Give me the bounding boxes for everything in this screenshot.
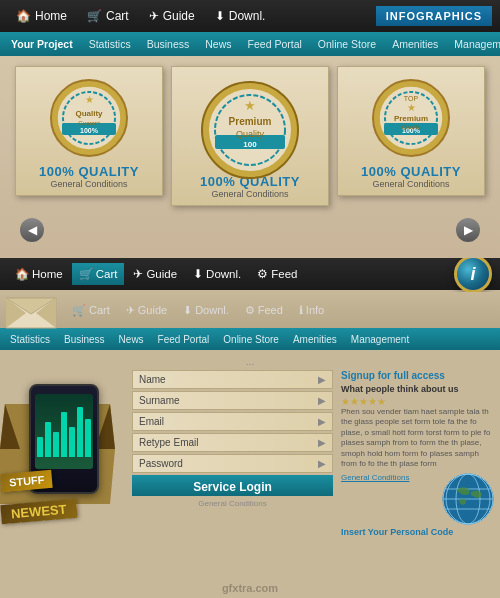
nav3-cart[interactable]: 🛒 Cart (65, 301, 117, 320)
form-row-name[interactable]: Name ▶ (132, 370, 333, 389)
nav2-cart-label: Cart (96, 268, 118, 280)
info-general-conditions-link[interactable]: General Conditions (341, 473, 409, 482)
envelope-decoration (6, 290, 61, 334)
cart3-icon: 🛒 (72, 304, 86, 317)
nav3-download[interactable]: ⬇ Downl. (176, 301, 236, 320)
form-arrow-name: ▶ (318, 374, 326, 385)
form-arrow-surname: ▶ (318, 395, 326, 406)
chart-bar-3 (53, 432, 59, 457)
form-row-email[interactable]: Email ▶ (132, 412, 333, 431)
nav3-feed[interactable]: ⚙ Feed (238, 301, 290, 320)
subnav2-online-store[interactable]: Online Store (217, 332, 285, 347)
subnav2-management[interactable]: Management (345, 332, 415, 347)
globe-container: General Conditions (341, 472, 496, 527)
badge-footer-3: 100% QUALITY General Conditions (338, 164, 484, 189)
badge-title-3: 100% QUALITY (338, 164, 484, 179)
nav-guide-label: Guide (163, 9, 195, 23)
info-what-people: What people think about us (341, 384, 496, 394)
svg-text:Quality: Quality (236, 129, 265, 139)
subnav-news[interactable]: News (198, 35, 238, 53)
subnav-amenities[interactable]: Amenities (385, 35, 445, 53)
guide2-icon: ✈ (133, 267, 143, 281)
subnav-your-project[interactable]: Your Project (4, 35, 80, 53)
subnav-management[interactable]: Management (447, 35, 500, 53)
nav-bar-3-items: 🛒 Cart ✈ Guide ⬇ Downl. ⚙ Feed ℹ Info (65, 301, 331, 320)
badge-image-2: 100 ★ Premium Quality (195, 75, 305, 185)
nav2-feed[interactable]: ⚙ Feed (250, 263, 304, 285)
subnav2-business[interactable]: Business (58, 332, 111, 347)
badge-card-1: 100% ★ Quality Guarant 100% QUALITY Gene… (15, 66, 163, 196)
general-conditions-link[interactable]: General Conditions (132, 499, 333, 508)
nav-download[interactable]: ⬇ Downl. (207, 5, 274, 27)
badge-subtitle-1: General Conditions (16, 179, 162, 189)
phone-widget: STUFF NEWEST (4, 370, 124, 508)
form-row-retype-email[interactable]: Retype Email ▶ (132, 433, 333, 452)
nav-home-label: Home (35, 9, 67, 23)
chart-bar-7 (85, 419, 91, 457)
next-arrow-button[interactable]: ▶ (456, 218, 480, 242)
globe-graphic (441, 472, 496, 527)
main-content: 100% ★ Quality Guarant 100% QUALITY Gene… (0, 56, 500, 258)
nav-download-label: Downl. (229, 9, 266, 23)
chart-bar-2 (45, 422, 51, 457)
sub-navigation-2: Statistics Business News Feed Portal Onl… (0, 328, 500, 350)
info-circle-label: i (470, 264, 475, 285)
nav2-home[interactable]: 🏠 Home (8, 263, 70, 285)
svg-text:TOP: TOP (404, 95, 419, 102)
phone-chart (37, 407, 91, 457)
subnav-feed-portal[interactable]: Feed Portal (241, 35, 309, 53)
nav2-guide[interactable]: ✈ Guide (126, 263, 184, 285)
prev-arrow-button[interactable]: ◀ (20, 218, 44, 242)
infographics-text: INFOGRAPHICS (386, 10, 482, 22)
nav-cart[interactable]: 🛒 Cart (79, 5, 137, 27)
nav2-feed-label: Feed (271, 268, 297, 280)
nav-cart-label: Cart (106, 9, 129, 23)
feed2-icon: ⚙ (257, 267, 268, 281)
rating-stars: ★★★★★ (341, 396, 496, 407)
home-icon: 🏠 (16, 9, 31, 23)
subnav-statistics[interactable]: Statistics (82, 35, 138, 53)
subnav2-news[interactable]: News (113, 332, 150, 347)
download2-icon: ⬇ (193, 267, 203, 281)
form-row-surname[interactable]: Surname ▶ (132, 391, 333, 410)
nav2-guide-label: Guide (146, 268, 177, 280)
badge-image-3: 100% TOP ★ Premium Quality (366, 73, 456, 163)
general-conditions-text: General Conditions (341, 472, 435, 482)
svg-text:100%: 100% (80, 127, 99, 134)
subnav-online-store[interactable]: Online Store (311, 35, 383, 53)
badge-footer-1: 100% QUALITY General Conditions (16, 164, 162, 189)
svg-text:100: 100 (243, 140, 257, 149)
guide-icon: ✈ (149, 9, 159, 23)
info-section: Signup for full access What people think… (341, 370, 496, 508)
badge-subtitle-3: General Conditions (338, 179, 484, 189)
subnav2-amenities[interactable]: Amenities (287, 332, 343, 347)
envelope-section: 🛒 Cart ✈ Guide ⬇ Downl. ⚙ Feed ℹ Info (0, 292, 500, 328)
nav-home[interactable]: 🏠 Home (8, 5, 75, 27)
service-login-button[interactable]: Service Login (132, 475, 333, 496)
watermark: gfxtra.com (222, 582, 278, 594)
nav2-download[interactable]: ⬇ Downl. (186, 263, 248, 285)
nav2-cart[interactable]: 🛒 Cart (72, 263, 125, 285)
nav-guide[interactable]: ✈ Guide (141, 5, 203, 27)
home2-icon: 🏠 (15, 267, 29, 281)
info-circle-button[interactable]: i (454, 255, 492, 293)
info3-icon: ℹ (299, 304, 303, 317)
top-navigation: 🏠 Home 🛒 Cart ✈ Guide ⬇ Downl. INFOGRAPH… (0, 0, 500, 32)
info-panel-title: Signup for full access (341, 370, 496, 381)
svg-text:Quality: Quality (75, 109, 103, 118)
infographics-badge: INFOGRAPHICS (376, 6, 492, 26)
svg-text:Premium: Premium (229, 116, 272, 127)
cart-icon: 🛒 (87, 9, 102, 23)
svg-text:★: ★ (244, 98, 256, 113)
badge-card-2: 100 ★ Premium Quality 100% QUALITY Gener… (171, 66, 329, 206)
form-row-password[interactable]: Password ▶ (132, 454, 333, 473)
nav3-info[interactable]: ℹ Info (292, 301, 331, 320)
phone-screen (35, 394, 93, 469)
subnav-business[interactable]: Business (140, 35, 197, 53)
nav3-guide[interactable]: ✈ Guide (119, 301, 174, 320)
badge-title-1: 100% QUALITY (16, 164, 162, 179)
download-icon: ⬇ (215, 9, 225, 23)
bottom-section: STUFF NEWEST Name ▶ Surname ▶ Email ▶ Re… (0, 370, 500, 508)
navigation-arrows: ◀ ▶ (8, 214, 492, 246)
subnav2-feed-portal[interactable]: Feed Portal (152, 332, 216, 347)
